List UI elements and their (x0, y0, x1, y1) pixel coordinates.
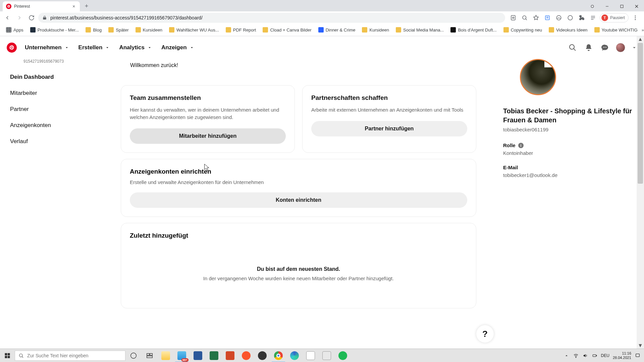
profile-chip[interactable]: T Pausiert (600, 13, 629, 22)
obs-icon[interactable] (254, 349, 270, 362)
bookmark-item[interactable]: Dinner & Crime (316, 25, 358, 35)
help-fab[interactable]: ? (476, 325, 494, 343)
sidebar-item-mitarbeiter[interactable]: Mitarbeiter (10, 90, 101, 97)
chrome-icon[interactable] (270, 349, 286, 362)
svg-point-20 (603, 47, 604, 48)
account-dot-icon[interactable] (585, 1, 600, 11)
profile-avatar-large (520, 59, 556, 95)
svg-point-7 (523, 16, 526, 19)
bookmark-item[interactable]: Copywriting neu (501, 25, 545, 35)
bookmark-item[interactable]: Blog (83, 25, 104, 35)
search-placeholder: Zur Suche Text hier eingeben (27, 353, 89, 358)
svg-rect-26 (8, 356, 10, 358)
window-minimize-icon[interactable] (600, 1, 614, 11)
calculator-icon[interactable] (319, 349, 335, 362)
window-close-icon[interactable] (629, 1, 644, 11)
bookmark-item[interactable]: Social Media Mana... (393, 25, 446, 35)
pinterest-logo-icon[interactable] (7, 43, 17, 53)
add-partner-button[interactable]: Partner hinzufügen (311, 121, 467, 136)
volume-icon[interactable] (582, 353, 588, 359)
svg-rect-34 (593, 355, 596, 357)
excel-icon[interactable] (206, 349, 222, 362)
spotify-icon[interactable] (335, 349, 351, 362)
reader-icon[interactable] (543, 13, 552, 22)
bookmark-star-icon[interactable] (531, 13, 541, 22)
nav-forward-icon[interactable] (14, 12, 25, 23)
notifications-tray-icon[interactable] (635, 353, 641, 359)
battery-icon[interactable] (592, 353, 598, 359)
word-icon[interactable] (190, 349, 206, 362)
address-bar[interactable]: pinterest.at/business/business-access/91… (38, 13, 505, 23)
notepad-icon[interactable] (303, 349, 319, 362)
bookmark-item[interactable]: Youtube WICHTIG (592, 25, 640, 35)
window-maximize-icon[interactable] (614, 1, 629, 11)
new-tab-button[interactable]: + (82, 2, 91, 11)
header-avatar[interactable] (616, 43, 625, 52)
windows-taskbar: Zur Suche Text hier eingeben 99+ DEU 11:… (0, 349, 644, 362)
extensions-puzzle-icon[interactable] (577, 13, 586, 22)
setup-accounts-button[interactable]: Konten einrichten (130, 192, 467, 208)
scroll-thumb[interactable] (638, 43, 643, 184)
add-employees-button[interactable]: Mitarbeiter hinzufügen (130, 128, 286, 144)
bookmark-item[interactable]: Kursideen (359, 25, 392, 35)
bookmark-item[interactable]: Später (106, 25, 131, 35)
bookmark-item[interactable]: Produktsuche - Mer... (28, 25, 82, 35)
brave-icon[interactable] (238, 349, 254, 362)
info-icon[interactable]: i (518, 143, 524, 148)
nav-back-icon[interactable] (2, 12, 13, 23)
folder-icon (108, 27, 114, 33)
menu-analytics[interactable]: Analytics (119, 44, 152, 51)
sidebar-nav: Dein Dashboard Mitarbeiter Partner Anzei… (10, 74, 101, 145)
bookmark-item[interactable]: PDF Report (223, 25, 259, 35)
sidebar-item-anzeigenkonten[interactable]: Anzeigenkonten (10, 122, 101, 129)
bookmark-item[interactable]: Wahlfächer WU Aus... (166, 25, 222, 35)
menu-anzeigen[interactable]: Anzeigen (161, 44, 194, 51)
browser-tab[interactable]: Pinterest × (3, 1, 80, 11)
sidebar-item-dashboard[interactable]: Dein Dashboard (10, 74, 101, 80)
notifications-icon[interactable] (584, 43, 594, 53)
sidebar-item-partner[interactable]: Partner (10, 106, 101, 113)
folder-icon (503, 27, 509, 33)
clock[interactable]: 11:16 28.04.2021 (613, 351, 631, 359)
chrome-menu-icon[interactable] (631, 13, 640, 22)
file-explorer-icon[interactable] (158, 349, 174, 362)
store-icon[interactable]: 99+ (174, 349, 190, 362)
reading-list-icon[interactable] (588, 13, 598, 22)
bookmarks-overflow-icon[interactable]: » (642, 27, 644, 33)
bookmark-item[interactable]: Videokurs Ideen (546, 25, 590, 35)
extension1-icon[interactable] (554, 13, 564, 22)
bookmark-item[interactable]: Kursideen (133, 25, 165, 35)
powerpoint-icon[interactable] (222, 349, 238, 362)
bookmark-item[interactable]: Cload + Canva Bilder (260, 25, 314, 35)
tray-overflow-icon[interactable] (564, 353, 570, 359)
tab-close-icon[interactable]: × (71, 4, 76, 9)
search-icon[interactable] (568, 43, 578, 53)
nav-reload-icon[interactable] (26, 12, 37, 23)
sidebar-item-verlauf[interactable]: Verlauf (10, 138, 101, 145)
email-label: E-Mail (503, 165, 637, 170)
role-label: Rollei (503, 142, 637, 148)
bookmark-apps[interactable]: Apps (3, 25, 26, 35)
folder-icon (263, 27, 268, 33)
bookmark-item[interactable]: Bois d'Argent Duft... (448, 25, 499, 35)
start-button[interactable] (0, 349, 15, 362)
extension2-icon[interactable] (566, 13, 575, 22)
task-view-icon[interactable] (125, 349, 142, 362)
folder-icon (169, 27, 174, 33)
main-content: Willkommen zurück! Team zusammenstellen … (101, 59, 503, 349)
taskbar-search[interactable]: Zur Suche Text hier eingeben (15, 351, 125, 361)
install-pwa-icon[interactable] (508, 13, 518, 22)
language-indicator[interactable]: DEU (601, 353, 609, 358)
scroll-up-icon[interactable]: ▲ (637, 36, 644, 42)
wifi-icon[interactable] (573, 353, 579, 359)
edge-icon[interactable] (286, 349, 303, 362)
scroll-down-icon[interactable]: ▼ (637, 343, 644, 349)
app-header: Unternehmen Erstellen Analytics Anzeigen (0, 36, 644, 59)
cortana-icon[interactable] (142, 349, 158, 362)
svg-rect-23 (5, 353, 7, 355)
page-scrollbar[interactable]: ▲ ▼ (637, 36, 644, 349)
zoom-icon[interactable] (520, 13, 529, 22)
menu-erstellen[interactable]: Erstellen (78, 44, 110, 51)
messages-icon[interactable] (600, 43, 610, 53)
menu-unternehmen[interactable]: Unternehmen (25, 44, 69, 51)
